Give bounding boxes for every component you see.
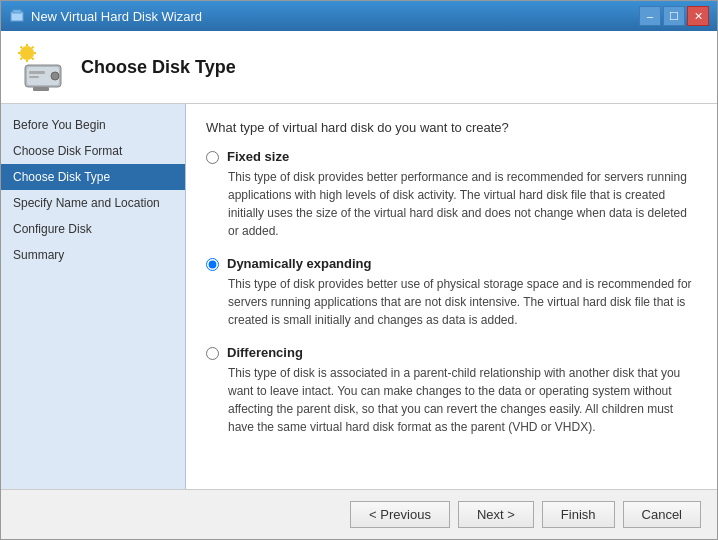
sidebar-item-summary[interactable]: Summary	[1, 242, 185, 268]
sidebar-item-choose-disk-format[interactable]: Choose Disk Format	[1, 138, 185, 164]
window-icon	[9, 8, 25, 24]
fixed-size-label[interactable]: Fixed size	[227, 149, 289, 164]
svg-rect-15	[29, 76, 39, 78]
svg-rect-1	[13, 10, 21, 13]
finish-button[interactable]: Finish	[542, 501, 615, 528]
dynamically-expanding-radio-row: Dynamically expanding	[206, 256, 697, 271]
dynamically-expanding-label[interactable]: Dynamically expanding	[227, 256, 372, 271]
fixed-size-radio-row: Fixed size	[206, 149, 697, 164]
window-title: New Virtual Hard Disk Wizard	[31, 9, 202, 24]
header-icon	[17, 43, 65, 91]
cancel-button[interactable]: Cancel	[623, 501, 701, 528]
differencing-radio-row: Differencing	[206, 345, 697, 360]
page-title: Choose Disk Type	[81, 57, 236, 78]
main-area: Before You BeginChoose Disk FormatChoose…	[1, 104, 717, 489]
next-button[interactable]: Next >	[458, 501, 534, 528]
maximize-button[interactable]: ☐	[663, 6, 685, 26]
title-bar-controls: – ☐ ✕	[639, 6, 709, 26]
svg-rect-16	[33, 87, 49, 91]
svg-line-7	[21, 47, 23, 49]
svg-point-2	[20, 46, 34, 60]
dynamically-expanding-description: This type of disk provides better use of…	[228, 275, 697, 329]
page-header: Choose Disk Type	[1, 31, 717, 104]
sidebar: Before You BeginChoose Disk FormatChoose…	[1, 104, 186, 489]
dynamically-expanding-radio[interactable]	[206, 258, 219, 271]
previous-button[interactable]: < Previous	[350, 501, 450, 528]
title-bar: New Virtual Hard Disk Wizard – ☐ ✕	[1, 1, 717, 31]
differencing-label[interactable]: Differencing	[227, 345, 303, 360]
content-question: What type of virtual hard disk do you wa…	[206, 120, 697, 135]
dynamically-expanding-option: Dynamically expanding This type of disk …	[206, 256, 697, 329]
differencing-option: Differencing This type of disk is associ…	[206, 345, 697, 436]
differencing-description: This type of disk is associated in a par…	[228, 364, 697, 436]
window: New Virtual Hard Disk Wizard – ☐ ✕	[0, 0, 718, 540]
fixed-size-option: Fixed size This type of disk provides be…	[206, 149, 697, 240]
differencing-radio[interactable]	[206, 347, 219, 360]
close-button[interactable]: ✕	[687, 6, 709, 26]
title-bar-left: New Virtual Hard Disk Wizard	[9, 8, 202, 24]
svg-line-8	[32, 58, 34, 60]
svg-line-9	[32, 47, 34, 49]
minimize-button[interactable]: –	[639, 6, 661, 26]
sidebar-item-before-you-begin[interactable]: Before You Begin	[1, 112, 185, 138]
footer: < Previous Next > Finish Cancel	[1, 489, 717, 539]
fixed-size-description: This type of disk provides better perfor…	[228, 168, 697, 240]
sidebar-item-choose-disk-type[interactable]: Choose Disk Type	[1, 164, 185, 190]
svg-rect-14	[29, 71, 45, 74]
svg-line-10	[21, 58, 23, 60]
content-area: What type of virtual hard disk do you wa…	[186, 104, 717, 489]
fixed-size-radio[interactable]	[206, 151, 219, 164]
sidebar-item-configure-disk[interactable]: Configure Disk	[1, 216, 185, 242]
sidebar-item-specify-name-location[interactable]: Specify Name and Location	[1, 190, 185, 216]
svg-point-13	[51, 72, 59, 80]
